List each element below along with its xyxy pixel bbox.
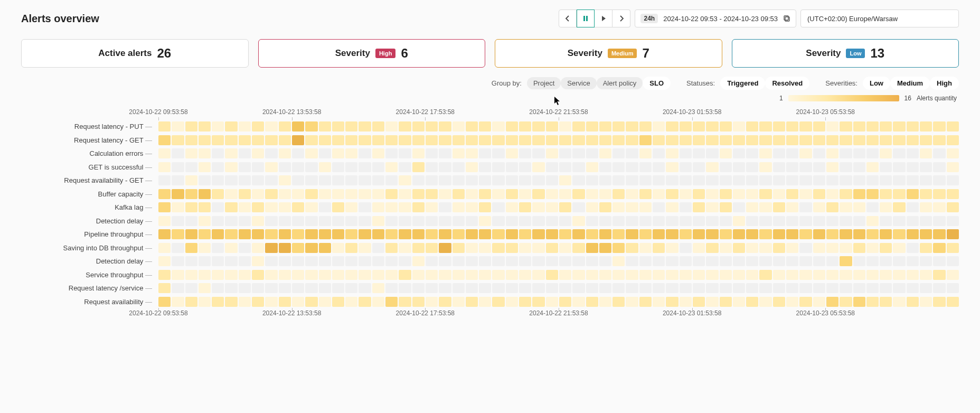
heatmap-cell[interactable] — [813, 175, 825, 185]
heatmap-cell[interactable] — [680, 189, 692, 199]
heatmap-cell[interactable] — [933, 162, 945, 172]
heatmap-cell[interactable] — [199, 229, 211, 239]
heatmap-cell[interactable] — [412, 148, 425, 158]
heatmap-cell[interactable] — [773, 135, 785, 145]
heatmap-cell[interactable] — [332, 175, 344, 185]
heatmap-cell[interactable] — [746, 189, 758, 199]
heatmap-cell[interactable] — [920, 229, 932, 239]
heatmap-cell[interactable] — [840, 297, 852, 307]
heatmap-cell[interactable] — [799, 283, 812, 293]
heatmap-cell[interactable] — [626, 243, 638, 253]
heatmap-cell[interactable] — [612, 216, 625, 226]
heatmap-cell[interactable] — [612, 202, 625, 212]
heatmap-cell[interactable] — [920, 297, 932, 307]
heatmap-cell[interactable] — [813, 189, 825, 199]
heatmap-cell[interactable] — [332, 135, 344, 145]
heatmap-cell[interactable] — [212, 297, 224, 307]
heatmap-cell[interactable] — [720, 270, 732, 280]
heatmap-cell[interactable] — [172, 202, 184, 212]
heatmap-cell[interactable] — [586, 148, 598, 158]
heatmap-cell[interactable] — [947, 216, 959, 226]
heatmap-cell[interactable] — [706, 175, 718, 185]
heatmap-cell[interactable] — [439, 189, 451, 199]
heatmap-cell[interactable] — [626, 162, 638, 172]
heatmap-cell[interactable] — [399, 216, 411, 226]
heatmap-cell[interactable] — [546, 175, 558, 185]
heatmap-cell[interactable] — [773, 297, 785, 307]
heatmap-cell[interactable] — [212, 283, 224, 293]
heatmap-cell[interactable] — [759, 270, 771, 280]
heatmap-cell[interactable] — [680, 229, 692, 239]
heatmap-cell[interactable] — [519, 175, 531, 185]
heatmap-cell[interactable] — [345, 175, 357, 185]
status-chip-resolved[interactable]: Resolved — [765, 77, 809, 90]
heatmap-cell[interactable] — [305, 189, 317, 199]
heatmap-cell[interactable] — [773, 243, 785, 253]
heatmap-cell[interactable] — [199, 256, 211, 266]
heatmap-cell[interactable] — [572, 229, 585, 239]
heatmap-cell[interactable] — [920, 283, 932, 293]
heatmap-cell[interactable] — [720, 256, 732, 266]
heatmap-cell[interactable] — [893, 229, 905, 239]
heatmap-cell[interactable] — [880, 202, 892, 212]
heatmap-cell[interactable] — [265, 121, 277, 132]
heatmap-cell[interactable] — [666, 270, 678, 280]
heatmap-cell[interactable] — [359, 175, 371, 185]
heatmap-cell[interactable] — [666, 162, 678, 172]
heatmap-cell[interactable] — [385, 216, 398, 226]
heatmap-cell[interactable] — [666, 121, 678, 132]
heatmap-cell[interactable] — [412, 202, 425, 212]
heatmap-cell[interactable] — [666, 243, 678, 253]
heatmap-cell[interactable] — [399, 297, 411, 307]
heatmap-cell[interactable] — [519, 256, 531, 266]
heatmap-cell[interactable] — [506, 162, 518, 172]
heatmap-cell[interactable] — [412, 189, 425, 199]
heatmap-cell[interactable] — [920, 121, 932, 132]
heatmap-cell[interactable] — [586, 175, 598, 185]
heatmap-cell[interactable] — [680, 243, 692, 253]
heatmap-cell[interactable] — [506, 148, 518, 158]
heatmap-cell[interactable] — [252, 270, 264, 280]
heatmap-cell[interactable] — [572, 135, 585, 145]
heatmap-cell[interactable] — [546, 162, 558, 172]
heatmap-cell[interactable] — [399, 243, 411, 253]
heatmap-cell[interactable] — [706, 229, 718, 239]
heatmap-cell[interactable] — [239, 148, 251, 158]
heatmap-cell[interactable] — [519, 229, 531, 239]
heatmap-cell[interactable] — [799, 175, 812, 185]
heatmap-cell[interactable] — [185, 148, 197, 158]
heatmap-cell[interactable] — [492, 189, 504, 199]
heatmap-cell[interactable] — [292, 229, 304, 239]
heatmap-cell[interactable] — [546, 256, 558, 266]
heatmap-cell[interactable] — [866, 297, 879, 307]
heatmap-cell[interactable] — [292, 297, 304, 307]
heatmap-cell[interactable] — [532, 202, 544, 212]
heatmap-cell[interactable] — [412, 297, 425, 307]
heatmap-cell[interactable] — [332, 283, 344, 293]
heatmap-cell[interactable] — [466, 162, 478, 172]
heatmap-cell[interactable] — [412, 175, 425, 185]
heatmap-cell[interactable] — [466, 297, 478, 307]
heatmap-cell[interactable] — [172, 297, 184, 307]
heatmap-cell[interactable] — [345, 229, 357, 239]
heatmap-cell[interactable] — [813, 256, 825, 266]
heatmap-cell[interactable] — [599, 229, 611, 239]
heatmap-cell[interactable] — [385, 121, 398, 132]
heatmap-cell[interactable] — [158, 202, 171, 212]
heatmap-cell[interactable] — [880, 148, 892, 158]
heatmap-cell[interactable] — [693, 270, 705, 280]
heatmap-cell[interactable] — [546, 189, 558, 199]
heatmap-cell[interactable] — [453, 148, 465, 158]
heatmap-cell[interactable] — [653, 189, 665, 199]
heatmap-cell[interactable] — [532, 189, 544, 199]
heatmap-cell[interactable] — [453, 283, 465, 293]
heatmap-cell[interactable] — [626, 202, 638, 212]
heatmap-cell[interactable] — [720, 162, 732, 172]
heatmap-cell[interactable] — [439, 270, 451, 280]
heatmap-cell[interactable] — [252, 202, 264, 212]
heatmap-cell[interactable] — [826, 162, 838, 172]
heatmap-cell[interactable] — [519, 162, 531, 172]
heatmap-cell[interactable] — [706, 283, 718, 293]
heatmap-cell[interactable] — [720, 283, 732, 293]
heatmap-cell[interactable] — [372, 121, 384, 132]
